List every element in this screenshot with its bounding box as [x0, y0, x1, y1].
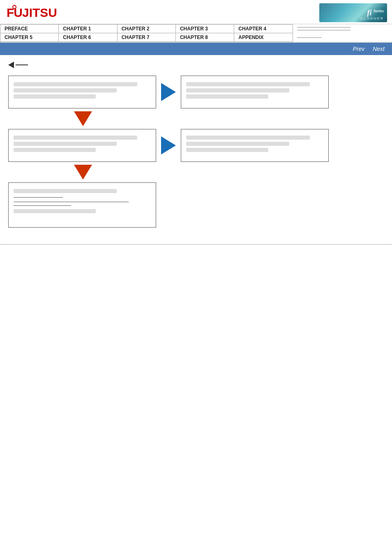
flow-box-2-right: [181, 129, 329, 162]
nav-row-2: CHAPTER 5 CHAPTER 6 CHAPTER 7 CHAPTER 8 …: [0, 33, 392, 42]
placeholder-14: [14, 209, 96, 213]
flow-box-1-right: [181, 76, 329, 108]
flow-box-2-left-content: [14, 136, 151, 156]
bottom-separator: [0, 244, 392, 245]
placeholder-5: [186, 88, 289, 92]
flow-box-3: [8, 182, 156, 228]
red-down-arrow-icon-1: [74, 111, 92, 126]
nav-chapter6[interactable]: CHAPTER 6: [59, 33, 117, 42]
arrow-left-icon: [8, 62, 14, 68]
nav-line-2: [297, 30, 350, 30]
red-arrow-down-2: [8, 162, 384, 182]
flow-diagram: [8, 76, 384, 228]
blue-arrow-right-1: [156, 83, 181, 101]
prev-button[interactable]: Prev: [349, 45, 368, 53]
placeholder-7: [14, 136, 137, 140]
content-area: [0, 55, 392, 236]
nav-chapter5[interactable]: CHAPTER 5: [0, 33, 59, 42]
toolbar: Prev Next: [0, 43, 392, 55]
nav-preface[interactable]: PREFACE: [0, 25, 59, 33]
link-underline-1: [14, 197, 63, 198]
nav-chapter2[interactable]: CHAPTER 2: [117, 25, 175, 33]
placeholder-11: [186, 142, 289, 146]
fi-series-inner: fi Series SCANNER: [360, 9, 384, 21]
arrow-line: [16, 64, 28, 65]
nav-right-col-2: [293, 33, 392, 42]
flow-row-2: [8, 129, 384, 162]
flow-box-2-left: [8, 129, 156, 162]
placeholder-6: [186, 94, 268, 99]
back-arrow[interactable]: [8, 62, 384, 68]
nav-chapter4[interactable]: CHAPTER 4: [234, 25, 293, 33]
next-button[interactable]: Next: [369, 45, 388, 53]
nav-chapter8[interactable]: CHAPTER 8: [175, 33, 234, 42]
nav-appendix[interactable]: APPENDIX: [234, 33, 293, 42]
link-underline-3: [14, 205, 71, 206]
placeholder-3: [14, 94, 96, 99]
placeholder-10: [186, 136, 310, 140]
nav-line-1: [297, 27, 350, 28]
nav-line-short: [297, 37, 322, 38]
nav-table: PREFACE CHAPTER 1 CHAPTER 2 CHAPTER 3 CH…: [0, 24, 392, 42]
red-arrow-down-1: [8, 108, 384, 129]
nav-line-short-wrapper: [297, 37, 388, 38]
flow-row-1: [8, 76, 384, 108]
nav-bar: PREFACE CHAPTER 1 CHAPTER 2 CHAPTER 3 CH…: [0, 24, 392, 42]
fujitsu-logo: FUJITSU: [5, 6, 57, 20]
placeholder-8: [14, 142, 117, 146]
placeholder-9: [14, 148, 96, 152]
nav-decorative-lines-1: [297, 27, 387, 30]
link-underline-2: [14, 202, 129, 202]
flow-box-2-right-content: [186, 136, 323, 156]
nav-row-1: PREFACE CHAPTER 1 CHAPTER 2 CHAPTER 3 CH…: [0, 25, 392, 33]
placeholder-1: [14, 82, 137, 86]
nav-chapter7[interactable]: CHAPTER 7: [117, 33, 175, 42]
red-down-arrow-icon-2: [74, 165, 92, 180]
flow-box-1-right-content: [186, 82, 323, 103]
blue-right-arrow-icon-2: [161, 136, 176, 154]
nav-right-col-1: [293, 25, 392, 33]
nav-chapter3[interactable]: CHAPTER 3: [175, 25, 234, 33]
flow-box-1-left: [8, 76, 156, 108]
page-header: FUJITSU fi Series SCANNER: [0, 0, 392, 24]
flow-box-1-left-content: [14, 82, 151, 103]
flow-box-3-content: [14, 189, 151, 213]
blue-right-arrow-icon-1: [161, 83, 176, 101]
placeholder-4: [186, 82, 310, 86]
placeholder-13: [14, 189, 117, 193]
placeholder-12: [186, 148, 268, 152]
fi-series-logo: fi Series SCANNER: [319, 3, 387, 22]
placeholder-2: [14, 88, 117, 92]
blue-arrow-right-2: [156, 136, 181, 154]
flow-row-3: [8, 182, 384, 228]
nav-chapter1[interactable]: CHAPTER 1: [59, 25, 117, 33]
